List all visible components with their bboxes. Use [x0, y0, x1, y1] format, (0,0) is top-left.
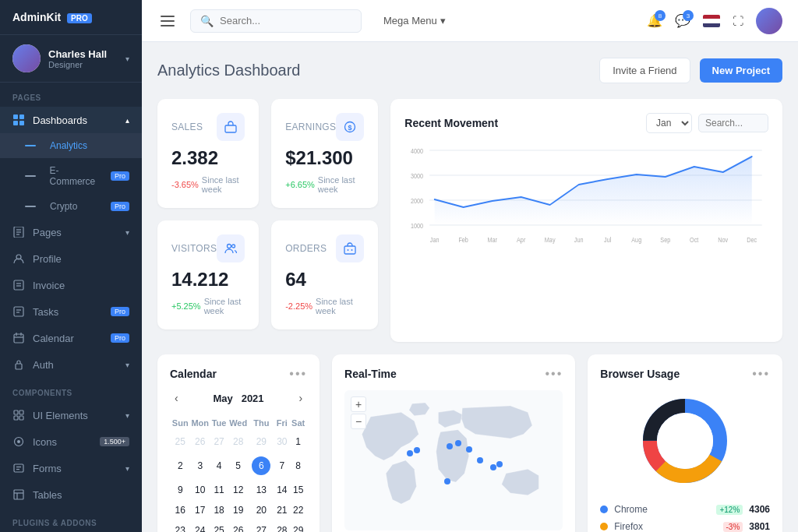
invite-friend-button[interactable]: Invite a Friend: [599, 58, 690, 83]
calendar-more-button[interactable]: •••: [289, 367, 307, 381]
cal-day[interactable]: 22: [291, 501, 305, 520]
sidebar-item-dashboards[interactable]: Dashboards ▴: [0, 107, 142, 133]
page-header: Analytics Dashboard Invite a Friend New …: [157, 58, 782, 83]
svg-marker-63: [435, 157, 752, 225]
map-zoom-controls: + −: [351, 396, 366, 429]
cal-header-wed: Wed: [228, 415, 248, 431]
sidebar-item-ecommerce[interactable]: E-Commerce Pro: [0, 158, 142, 194]
tasks-pro-badge: Pro: [111, 307, 129, 316]
messages-button[interactable]: 💬 3: [675, 13, 690, 28]
cal-day[interactable]: 2: [171, 453, 189, 479]
svg-text:Sep: Sep: [661, 236, 671, 244]
cal-day[interactable]: 20: [249, 501, 273, 520]
browser-item-chrome: Chrome +12% 4306: [600, 504, 770, 515]
user-name: Charles Hall: [48, 48, 118, 60]
svg-point-25: [17, 440, 20, 443]
cal-day[interactable]: 30: [274, 432, 289, 451]
cal-day[interactable]: 12: [228, 481, 248, 499]
cal-day[interactable]: 16: [171, 501, 189, 520]
chart-search-input[interactable]: [698, 114, 768, 132]
chrome-change: +12%: [716, 505, 743, 515]
calendar-month: May: [214, 393, 233, 404]
cal-day[interactable]: 11: [211, 481, 227, 499]
sidebar-item-analytics[interactable]: Analytics: [0, 133, 142, 158]
cal-day[interactable]: 28: [228, 432, 248, 451]
cal-day[interactable]: 1: [291, 432, 305, 451]
sidebar-user[interactable]: Charles Hall Designer ▾: [0, 35, 142, 83]
svg-rect-23: [19, 416, 23, 420]
svg-text:Nov: Nov: [719, 236, 729, 244]
cal-day[interactable]: 29: [249, 432, 273, 451]
orders-change-text: Since last week: [316, 297, 364, 315]
cal-day[interactable]: 28: [274, 521, 289, 532]
cal-day[interactable]: 3: [190, 453, 209, 479]
sales-stat-card: Sales 2.382 -3.65% Since last week: [157, 99, 259, 208]
sidebar-item-crypto[interactable]: Crypto Pro: [0, 194, 142, 219]
calendar-prev-button[interactable]: ‹: [170, 390, 183, 406]
cal-header-sun: Sun: [171, 415, 189, 431]
earnings-change: +6.65% Since last week: [285, 175, 364, 194]
cal-day[interactable]: 18: [211, 501, 227, 520]
cal-header-tue: Tue: [211, 415, 227, 431]
realtime-more-button[interactable]: •••: [545, 367, 563, 381]
realtime-map: + −: [344, 390, 563, 530]
notifications-button[interactable]: 🔔 8: [647, 13, 662, 28]
cal-day[interactable]: 29: [291, 521, 305, 532]
cal-day[interactable]: 13: [249, 481, 273, 499]
sidebar-item-auth[interactable]: Auth ▾: [0, 351, 142, 378]
svg-rect-19: [16, 364, 22, 369]
month-selector[interactable]: JanFebMar: [646, 113, 692, 133]
cal-day[interactable]: 8: [291, 453, 305, 479]
cal-day[interactable]: 10: [190, 481, 209, 499]
map-zoom-out-button[interactable]: −: [351, 414, 366, 429]
cal-day[interactable]: 21: [274, 501, 289, 520]
svg-text:1000: 1000: [411, 222, 423, 230]
cal-day[interactable]: 6: [249, 453, 273, 479]
map-dot-9: [444, 478, 450, 484]
cal-day[interactable]: 19: [228, 501, 248, 520]
cal-day[interactable]: 4: [211, 453, 227, 479]
dashboards-chevron-icon: ▴: [125, 116, 129, 125]
sidebar-item-icons[interactable]: Icons 1.500+: [0, 428, 142, 455]
cal-day[interactable]: 27: [211, 432, 227, 451]
cal-day[interactable]: 23: [171, 521, 189, 532]
browser-more-button[interactable]: •••: [752, 367, 770, 381]
cal-day[interactable]: 9: [171, 481, 189, 499]
sidebar-item-tasks[interactable]: Tasks Pro: [0, 298, 142, 325]
cal-day[interactable]: 17: [190, 501, 209, 520]
cal-day[interactable]: 14: [274, 481, 289, 499]
svg-rect-1: [19, 115, 24, 119]
mega-menu-button[interactable]: Mega Menu ▾: [374, 10, 455, 31]
visitors-stat-card: Visitors 14.212 +5.25% Since last week: [157, 220, 259, 329]
cal-day[interactable]: 5: [228, 453, 248, 479]
cal-day[interactable]: 27: [249, 521, 273, 532]
calendar-next-button[interactable]: ›: [294, 390, 307, 406]
cal-day[interactable]: 25: [211, 521, 227, 532]
cal-day[interactable]: 25: [171, 432, 189, 451]
pages-section-label: Pages: [0, 83, 142, 107]
visitors-change: +5.25% Since last week: [171, 297, 245, 315]
sidebar-item-invoice[interactable]: Invoice: [0, 272, 142, 298]
cal-day[interactable]: 26: [190, 432, 209, 451]
world-map-svg: [344, 390, 563, 530]
map-zoom-in-button[interactable]: +: [351, 396, 366, 412]
realtime-card: Real-Time •••: [332, 354, 575, 532]
cal-day[interactable]: 24: [190, 521, 209, 532]
fullscreen-button[interactable]: ⛶: [733, 15, 743, 27]
cal-day[interactable]: 7: [274, 453, 289, 479]
sidebar-item-forms[interactable]: Forms ▾: [0, 455, 142, 481]
sidebar-item-pages[interactable]: Pages ▾: [0, 219, 142, 245]
new-project-button[interactable]: New Project: [700, 58, 782, 83]
sidebar-item-ui-elements[interactable]: UI Elements ▾: [0, 402, 142, 428]
sidebar-item-calendar[interactable]: Calendar Pro: [0, 325, 142, 351]
language-selector[interactable]: [703, 15, 720, 27]
sidebar-item-profile[interactable]: Profile: [0, 245, 142, 272]
menu-toggle-button[interactable]: [157, 12, 178, 30]
calendar-pro-badge: Pro: [111, 333, 129, 343]
sidebar-item-tables[interactable]: Tables: [0, 481, 142, 508]
topbar-user-avatar[interactable]: [756, 8, 782, 34]
cal-day[interactable]: 15: [291, 481, 305, 499]
search-input[interactable]: [220, 15, 351, 26]
svg-text:3000: 3000: [411, 172, 423, 180]
cal-day[interactable]: 26: [228, 521, 248, 532]
